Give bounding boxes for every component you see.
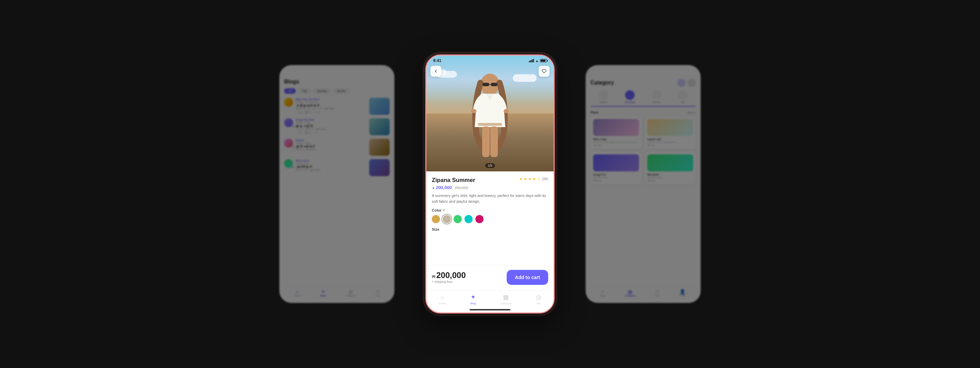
thumb-2 bbox=[369, 118, 390, 135]
cat-tab-info[interactable]: Info bbox=[678, 90, 687, 103]
nav-category-label: Category bbox=[500, 302, 511, 305]
cat-tab-service[interactable]: Service bbox=[652, 90, 661, 103]
blog-post-1: May Thin Zar Htun 3 days · Life memory တ… bbox=[284, 98, 390, 115]
nav-info-left[interactable]: ◎ Info bbox=[375, 289, 380, 297]
nav-info-right[interactable]: ◎ Info bbox=[655, 289, 659, 297]
post-content-2: Aung Thu Moe 3 days · Story ချောမွေ့ မည်… bbox=[296, 118, 366, 134]
price-current: 200,000 bbox=[436, 185, 452, 190]
rating-count: (99) bbox=[542, 177, 548, 181]
bottom-nav-main: ⌂ Home ✦ Blog ▦ Category ◎ Info bbox=[426, 290, 554, 309]
post-content-3: Karina 3 days · Story ကျောက်ပန်းတောင်း ဆ… bbox=[296, 139, 366, 150]
rating-row: ★ ★ ★ ★ ★ (99) bbox=[519, 177, 548, 181]
filter-books[interactable]: Books bbox=[333, 88, 350, 94]
blog-post-3: Karina 3 days · Story ကျောက်ပန်းတောင်း ဆ… bbox=[284, 139, 390, 156]
nav-info-label: Info bbox=[536, 302, 541, 305]
nav-category-left[interactable]: ▦ Category bbox=[346, 289, 355, 297]
color-section-label: Color ▾ bbox=[432, 208, 548, 212]
color-dot-beige[interactable] bbox=[443, 215, 451, 223]
avatar-3 bbox=[284, 139, 293, 147]
shipping-text: + shipping fees bbox=[432, 280, 503, 283]
size-label: Size bbox=[432, 227, 548, 231]
hero-image: 9:41 ▲ bbox=[426, 56, 554, 171]
nav-blog-label: Blog bbox=[470, 302, 476, 305]
nav-home-left[interactable]: ⌂ Home bbox=[294, 289, 301, 297]
thumb-3 bbox=[369, 139, 390, 156]
svg-point-7 bbox=[471, 109, 476, 113]
back-button[interactable] bbox=[430, 66, 441, 77]
wifi-icon: ▲ bbox=[535, 59, 539, 63]
post-content-1: May Thin Zar Htun 3 days · Life memory တ… bbox=[296, 98, 366, 114]
color-dot-green[interactable] bbox=[453, 215, 462, 223]
home-indicator bbox=[469, 309, 511, 310]
main-phone-wrapper: 9:41 ▲ bbox=[425, 54, 555, 314]
color-dot-pink[interactable] bbox=[476, 215, 484, 223]
nav-blog-main[interactable]: ✦ Blog bbox=[470, 293, 476, 305]
category-icon: ▦ bbox=[503, 293, 509, 301]
avatar-4 bbox=[284, 159, 293, 168]
battery-icon bbox=[540, 59, 547, 62]
left-bg-phone: Blogs All Trip Movies Books May Thin Zar… bbox=[279, 65, 395, 303]
color-options bbox=[432, 215, 548, 223]
svg-rect-1 bbox=[482, 83, 489, 86]
svg-rect-5 bbox=[482, 126, 490, 157]
bottom-nav-left: ⌂ Home ✦ Blog ▦ Category ◎ Info bbox=[284, 286, 390, 299]
author-1: May Thin Zar Htun bbox=[296, 98, 366, 101]
bottom-bar: ₩ 200,000 + shipping fees Add to cart bbox=[426, 266, 554, 290]
star-3: ★ bbox=[528, 177, 531, 181]
currency-symbol: ₩ bbox=[432, 275, 436, 279]
product-title-row: Zipana Summer ★ ★ ★ ★ ★ (99) bbox=[432, 177, 548, 184]
cat-tab-market[interactable]: Market bbox=[599, 90, 608, 103]
right-bg-phone: Category Market Ask Quiz Service Inf bbox=[585, 65, 701, 303]
color-dot-teal[interactable] bbox=[465, 215, 473, 223]
filter-trip[interactable]: Trip bbox=[298, 88, 311, 94]
cat-card-3[interactable]: Design Pro ulla ullam corper... 250 view bbox=[590, 152, 642, 184]
cat-content-header: Place Best ∨ bbox=[590, 111, 696, 114]
cat-cards-grid: Make a logo ulla ullam corper adipiscing… bbox=[590, 116, 696, 184]
avatar-2 bbox=[284, 118, 293, 127]
product-description: A summery girl's shirt, light and breezy… bbox=[432, 193, 548, 204]
status-icons: ▲ bbox=[529, 59, 547, 63]
bottom-nav-right: ✦ Blog ▦ Category ◎ Info 👤 Profile bbox=[590, 286, 696, 299]
blog-post-2: Aung Thu Moe 3 days · Story ချောမွေ့ မည်… bbox=[284, 118, 390, 135]
avatar-1 bbox=[284, 98, 293, 107]
cat-header-text: Category bbox=[590, 80, 614, 86]
blog-post-4: Nora Lynn 3 days · Trip တောင်ပေါ်ရောက် ဦ… bbox=[284, 159, 390, 176]
cat-card-4[interactable]: Web Build ulla ullam corper... 180 view bbox=[644, 152, 696, 184]
status-bar: 9:41 ▲ bbox=[426, 56, 554, 64]
nav-category-right[interactable]: ▦ Category bbox=[625, 289, 635, 297]
nav-info-main[interactable]: ◎ Info bbox=[536, 293, 541, 305]
star-5: ★ bbox=[537, 177, 540, 181]
cat-card-1[interactable]: Make a logo ulla ullam corper adipiscing… bbox=[590, 116, 642, 149]
add-to-cart-button[interactable]: Add to cart bbox=[507, 270, 548, 285]
svg-point-8 bbox=[504, 109, 509, 113]
nav-profile-right[interactable]: 👤 Profile bbox=[679, 289, 686, 297]
nav-category-main[interactable]: ▦ Category bbox=[500, 293, 511, 305]
image-counter: 1/5 bbox=[485, 163, 495, 168]
svg-rect-6 bbox=[490, 126, 498, 157]
main-phone: 9:41 ▲ bbox=[425, 54, 555, 314]
home-icon: ⌂ bbox=[440, 294, 444, 301]
price-arrow-icon: ▲ bbox=[432, 186, 435, 189]
status-time: 9:41 bbox=[433, 58, 441, 63]
color-dot-gold[interactable] bbox=[432, 215, 440, 223]
svg-rect-2 bbox=[491, 83, 498, 86]
product-title: Zipana Summer bbox=[432, 177, 476, 184]
star-4: ★ bbox=[533, 177, 536, 181]
main-price: 200,000 bbox=[436, 271, 466, 279]
cat-tab-askquiz[interactable]: Ask Quiz bbox=[625, 90, 635, 103]
cat-header-icons bbox=[678, 79, 696, 87]
nav-blog-right[interactable]: ✦ Blog bbox=[600, 289, 605, 297]
nav-blog-left[interactable]: ✦ Blog bbox=[321, 289, 326, 297]
heart-button[interactable] bbox=[539, 66, 550, 77]
filter-all[interactable]: All bbox=[284, 88, 296, 94]
star-2: ★ bbox=[524, 177, 527, 181]
cat-card-2[interactable]: Layout Luke ulla ullam corper adipiscing… bbox=[644, 116, 696, 149]
price-row: ▲ 200,000 250,000 bbox=[432, 185, 548, 190]
blog-header: Blogs bbox=[284, 79, 390, 85]
filter-movies[interactable]: Movies bbox=[313, 88, 331, 94]
cat-tabs: Market Ask Quiz Service Info bbox=[590, 90, 696, 107]
chevron-down-icon: ▾ bbox=[443, 208, 445, 212]
nav-home-main[interactable]: ⌂ Home bbox=[439, 294, 446, 305]
svg-rect-4 bbox=[478, 123, 502, 126]
star-1: ★ bbox=[519, 177, 523, 181]
